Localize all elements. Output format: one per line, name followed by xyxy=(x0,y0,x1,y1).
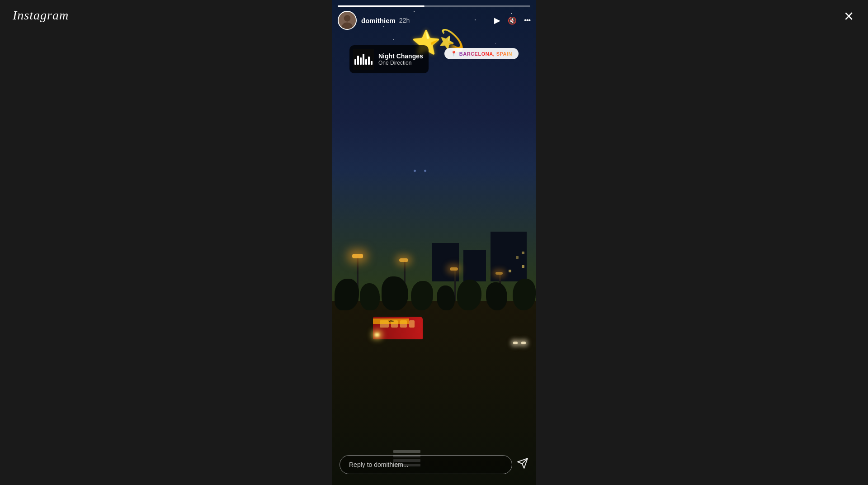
crosswalk-stripe xyxy=(393,450,420,453)
location-text: BARCELONA, SPAIN xyxy=(459,51,512,57)
tree xyxy=(411,281,433,310)
eq-bar xyxy=(368,57,370,65)
eq-bar xyxy=(360,57,362,65)
sky-dot xyxy=(414,170,416,172)
sky-dots xyxy=(414,170,426,172)
music-title: Night Changes xyxy=(378,52,423,60)
bus-headlight-left xyxy=(375,333,379,337)
sky-dot xyxy=(424,170,426,172)
progress-bar xyxy=(338,5,530,7)
avatar-image xyxy=(339,11,356,30)
equalizer-bars xyxy=(354,54,373,65)
send-button[interactable] xyxy=(517,457,528,472)
star-dot xyxy=(495,43,495,44)
tree xyxy=(335,279,359,310)
street-light xyxy=(352,254,363,258)
location-pin-icon: 📍 xyxy=(451,51,457,57)
trees-layer xyxy=(332,270,536,310)
eq-bar xyxy=(371,61,373,65)
svg-point-1 xyxy=(344,15,350,21)
tree xyxy=(513,279,536,310)
building-window xyxy=(516,256,519,259)
send-icon xyxy=(517,457,528,469)
location-sticker[interactable]: 📍 BARCELONA, SPAIN xyxy=(444,48,519,59)
building-window xyxy=(522,252,524,254)
bus: H14 xyxy=(373,317,423,339)
bus-sign-text: H14 xyxy=(388,320,393,323)
eq-bar xyxy=(365,59,367,65)
star-dot xyxy=(393,39,394,40)
tree xyxy=(457,280,481,310)
more-options-icon[interactable]: ••• xyxy=(524,16,530,24)
mute-icon[interactable]: 🔇 xyxy=(508,16,517,25)
car-lights xyxy=(513,342,526,344)
avatar[interactable] xyxy=(338,11,357,30)
album-art xyxy=(353,49,374,70)
user-info: domithiem 22h xyxy=(361,17,410,24)
bus-window xyxy=(409,320,415,328)
tree xyxy=(360,283,380,310)
header-actions: ▶ 🔇 ••• xyxy=(494,15,530,25)
music-info: Night Changes One Direction xyxy=(378,52,423,66)
music-sticker[interactable]: Night Changes One Direction xyxy=(349,45,429,73)
music-artist: One Direction xyxy=(378,60,423,66)
street-light xyxy=(399,258,408,262)
reply-input[interactable]: Reply to domithiem... xyxy=(340,455,512,474)
username: domithiem xyxy=(361,17,396,24)
eq-bar xyxy=(354,59,356,65)
car-headlight xyxy=(513,342,518,344)
eq-bar xyxy=(363,54,364,65)
car-headlight xyxy=(521,342,526,344)
tree xyxy=(382,276,408,310)
car xyxy=(513,342,526,344)
eq-bar xyxy=(357,56,359,65)
story-header: domithiem 22h ▶ 🔇 ••• xyxy=(338,11,530,30)
tree xyxy=(486,282,507,310)
play-icon[interactable]: ▶ xyxy=(494,15,500,25)
tree xyxy=(437,285,454,310)
close-button[interactable]: × xyxy=(844,8,854,24)
time-ago: 22h xyxy=(399,17,410,24)
story-container: H14 domithiem 22 xyxy=(332,0,536,485)
reply-bar: Reply to domithiem... xyxy=(340,455,528,474)
building-window xyxy=(522,265,524,268)
progress-fill xyxy=(338,5,425,7)
instagram-logo: Instagram xyxy=(13,8,69,23)
bus-sign: H14 xyxy=(373,319,409,324)
